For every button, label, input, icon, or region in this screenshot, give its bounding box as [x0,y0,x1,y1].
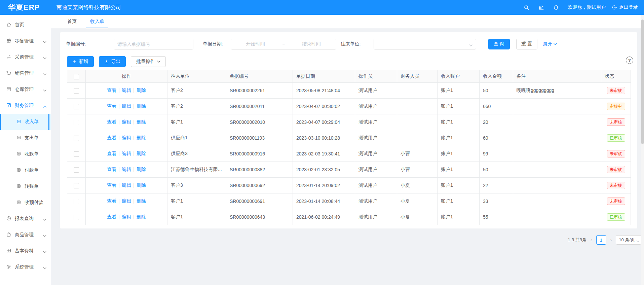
remark-cell [513,114,601,130]
finance-staff-cell: 小夏 [397,193,438,209]
page-number[interactable]: 1 [596,235,606,245]
delete-link[interactable]: 删除 [137,151,146,156]
sidebar-item-转账单[interactable]: 转账单 [0,178,51,194]
search-icon[interactable] [519,0,534,15]
logout-button[interactable]: 退出登录 [612,4,638,10]
plus-icon [72,59,77,64]
sidebar-item-系统管理[interactable]: 系统管理 [0,259,51,275]
date-range-picker[interactable]: 开始时间 ~ 结束时间 [231,39,336,49]
sidebar-item-收入单[interactable]: 收入单 [0,114,51,130]
action-separator: | [133,103,135,109]
view-link[interactable]: 查看 [107,103,116,109]
edit-link[interactable]: 编辑 [122,167,131,172]
delete-link[interactable]: 删除 [137,135,146,140]
view-link[interactable]: 查看 [107,198,116,204]
download-icon [104,59,109,64]
tab-income-bill[interactable]: 收入单 [83,15,111,28]
view-link[interactable]: 查看 [107,214,116,219]
row-checkbox[interactable] [74,151,79,157]
sidebar-item-报表查询[interactable]: 报表查询 [0,211,51,227]
delete-link[interactable]: 删除 [137,198,146,204]
edit-link[interactable]: 编辑 [122,87,131,93]
delete-link[interactable]: 删除 [137,103,146,109]
edit-link[interactable]: 编辑 [122,103,131,109]
column-header: 操作 [86,70,167,83]
view-link[interactable]: 查看 [107,167,116,172]
view-link[interactable]: 查看 [107,151,116,156]
sidebar-item-label: 付款单 [25,167,39,173]
company-name: 南通某某网络科技有限公司 [56,4,121,11]
row-checkbox[interactable] [74,183,79,188]
sidebar-item-仓库管理[interactable]: 仓库管理 [0,81,51,98]
finance-icon [6,103,11,109]
status-badge: 未审核 [607,150,625,157]
row-checkbox[interactable] [74,104,79,109]
prev-page-icon[interactable]: ‹ [589,237,594,243]
row-checkbox[interactable] [74,120,79,125]
delete-link[interactable]: 删除 [137,119,146,124]
status-badge: 未审核 [607,182,625,189]
sidebar-item-采购管理[interactable]: 采购管理 [0,49,51,65]
view-link[interactable]: 查看 [107,87,116,93]
sidebar-item-首页[interactable]: 首页 [0,17,51,33]
action-separator: | [133,214,135,219]
bell-icon[interactable] [548,0,563,15]
page-size-select[interactable]: 10 条/页 [616,235,641,245]
view-link[interactable]: 查看 [107,119,116,124]
row-checkbox[interactable] [74,215,79,220]
expand-link[interactable]: 展开 [543,41,557,47]
bank-icon[interactable] [534,0,548,15]
sidebar-item-付款单[interactable]: 付款单 [0,162,51,178]
delete-link[interactable]: 删除 [137,167,146,172]
chevron-down-icon [43,72,46,75]
sidebar-item-收款单[interactable]: 收款单 [0,146,51,162]
edit-link[interactable]: 编辑 [122,214,131,219]
status-badge: 已审核 [607,134,625,142]
edit-link[interactable]: 编辑 [122,119,131,124]
select-all-checkbox[interactable] [74,74,79,79]
reset-button[interactable]: 重 置 [516,39,538,49]
sidebar-item-label: 零售管理 [15,38,34,44]
sidebar-item-零售管理[interactable]: 零售管理 [0,33,51,49]
delete-link[interactable]: 删除 [137,87,146,93]
next-page-icon[interactable]: › [609,237,613,243]
row-checkbox[interactable] [74,88,79,94]
edit-link[interactable]: 编辑 [122,182,131,188]
export-button[interactable]: 导出 [99,56,126,67]
row-checkbox[interactable] [74,136,79,141]
help-icon[interactable]: ? [626,57,633,64]
delete-link[interactable]: 删除 [137,182,146,188]
chevron-up-icon [43,104,46,107]
toolbar: 新增 导出 批量操作 [67,56,630,67]
search-button[interactable]: 查 询 [488,39,510,49]
operator-cell: 测试用户 [355,162,397,178]
action-separator: | [133,119,135,124]
row-checkbox[interactable] [74,199,79,204]
view-link[interactable]: 查看 [107,182,116,188]
sidebar-item-销售管理[interactable]: 销售管理 [0,65,51,81]
sidebar-item-收预付款[interactable]: 收预付款 [0,194,51,211]
bill-date-cell: 2021-06-02 00:24:49 [293,209,355,225]
app-logo: 华夏ERP [8,3,40,11]
sidebar-item-支出单[interactable]: 支出单 [0,130,51,146]
scrollbar[interactable] [641,15,644,285]
add-button[interactable]: 新增 [67,56,94,67]
edit-link[interactable]: 编辑 [122,151,131,156]
bill-no-input[interactable] [114,39,193,49]
scrollbar-thumb[interactable] [641,20,644,144]
edit-link[interactable]: 编辑 [122,135,131,140]
amount-cell: 20 [480,114,513,130]
operator-cell: 测试用户 [355,99,397,114]
amount-cell: 99 [480,146,513,162]
sidebar-item-商品管理[interactable]: 商品管理 [0,227,51,243]
sidebar-item-基本资料[interactable]: 基本资料 [0,243,51,259]
edit-link[interactable]: 编辑 [122,198,131,204]
tab-home[interactable]: 首页 [61,15,83,28]
delete-link[interactable]: 删除 [137,214,146,219]
sidebar-item-财务管理[interactable]: 财务管理 [0,98,51,114]
batch-actions-button[interactable]: 批量操作 [131,56,166,67]
partner-select[interactable] [374,39,476,49]
sidebar: 首页零售管理采购管理销售管理仓库管理财务管理收入单支出单收款单付款单转账单收预付… [0,15,51,285]
row-checkbox[interactable] [74,167,79,173]
view-link[interactable]: 查看 [107,135,116,140]
